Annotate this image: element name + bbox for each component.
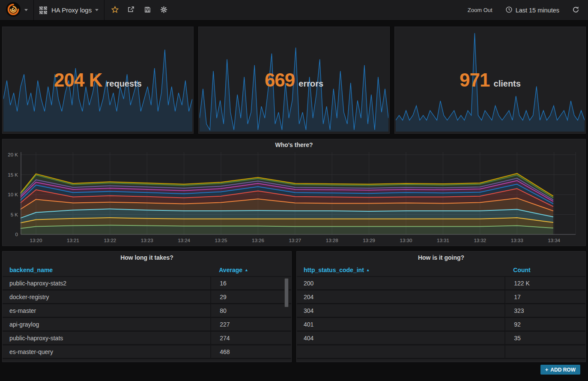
- table-body: 200122 K204173043234019240435: [297, 277, 585, 359]
- svg-text:13:20: 13:20: [30, 238, 42, 243]
- table-cell: api-graylog: [3, 321, 210, 328]
- svg-text:13:31: 13:31: [437, 238, 449, 243]
- how-is-it-going-table-panel[interactable]: How is it going? http_status_code_int▲ C…: [296, 251, 586, 362]
- chevron-down-icon: [24, 9, 28, 11]
- floppy-save-icon: [144, 6, 151, 15]
- navbar-right: Zoom Out Last 15 minutes: [468, 0, 588, 20]
- grafana-logo-icon: [6, 2, 21, 19]
- add-row-button[interactable]: + ADD ROW: [540, 365, 580, 375]
- how-long-it-takes-table-panel[interactable]: How long it takes? backend_name Average▲…: [2, 251, 292, 362]
- table-cell: 304: [297, 307, 504, 314]
- clients-label: clients: [494, 79, 521, 88]
- table-row: es-master-query468: [3, 345, 291, 359]
- table-row: 20417: [297, 291, 585, 304]
- table-cell: 200: [297, 280, 504, 287]
- errors-stat-panel[interactable]: 669errors: [198, 27, 390, 134]
- share-button[interactable]: [124, 3, 138, 17]
- table-cell: 29: [210, 291, 291, 303]
- table-cell: 17: [504, 291, 585, 303]
- requests-stat-panel[interactable]: 204 Krequests: [2, 27, 194, 134]
- stats-row: 204 Krequests 669errors 971clients: [2, 27, 586, 134]
- table-cell: 401: [297, 321, 504, 328]
- table-row: 40435: [297, 332, 585, 345]
- svg-text:13:27: 13:27: [289, 238, 301, 243]
- chevron-down-icon: [95, 9, 98, 11]
- requests-stat-value-group: 204 Krequests: [3, 27, 193, 133]
- table-cell: es-master: [3, 307, 210, 314]
- gear-icon: [160, 6, 167, 15]
- refresh-button[interactable]: [572, 6, 579, 15]
- svg-text:10 K: 10 K: [8, 192, 18, 197]
- table-cell: es-master-query: [3, 348, 210, 355]
- clients-value: 971: [460, 69, 490, 90]
- table-row: public-haproxy-stats216: [3, 277, 291, 291]
- column-header-backend-name[interactable]: backend_name: [3, 267, 210, 273]
- graph-panel-title[interactable]: Who's there?: [3, 139, 585, 150]
- svg-text:13:23: 13:23: [141, 238, 153, 243]
- time-range-label: Last 15 minutes: [516, 7, 559, 14]
- dashboard-title: HA Proxy logs: [51, 6, 92, 14]
- svg-text:13:26: 13:26: [252, 238, 264, 243]
- sort-asc-icon: ▲: [366, 268, 370, 272]
- dashboard-actions: [104, 0, 174, 20]
- svg-text:20 K: 20 K: [8, 152, 18, 157]
- whos-there-graph-panel[interactable]: Who's there? 05 K10 K15 K20 K13:2013:211…: [2, 139, 586, 246]
- errors-stat-value-group: 669errors: [199, 27, 389, 133]
- dashboards-grid-icon: [39, 6, 47, 14]
- table-cell: 274: [210, 332, 291, 344]
- column-header-average[interactable]: Average▲: [210, 267, 291, 273]
- table-cell: public-haproxy-stats2: [3, 280, 210, 287]
- clients-stat-panel[interactable]: 971clients: [394, 27, 586, 134]
- table-row: [297, 345, 585, 359]
- svg-text:13:33: 13:33: [511, 238, 523, 243]
- star-icon: [111, 6, 119, 15]
- table-cell: public-haproxy-stats: [3, 335, 210, 342]
- svg-text:13:25: 13:25: [215, 238, 227, 243]
- errors-value: 669: [265, 69, 295, 90]
- table-header-row: backend_name Average▲: [3, 264, 291, 277]
- clients-stat-value-group: 971clients: [395, 27, 585, 133]
- svg-text:13:34: 13:34: [548, 238, 560, 243]
- table-header-row: http_status_code_int▲ Count: [297, 264, 585, 277]
- table-row: api-graylog227: [3, 318, 291, 332]
- sort-asc-icon: ▲: [245, 268, 248, 272]
- dashboard-picker[interactable]: HA Proxy logs: [34, 0, 104, 20]
- table-cell: 227: [210, 318, 291, 330]
- table-title[interactable]: How is it going?: [297, 252, 585, 264]
- save-button[interactable]: [140, 3, 154, 17]
- share-icon: [127, 6, 135, 15]
- svg-text:5 K: 5 K: [11, 212, 18, 217]
- svg-text:13:32: 13:32: [474, 238, 486, 243]
- column-header-count[interactable]: Count: [504, 267, 585, 273]
- table-row: 40192: [297, 318, 585, 332]
- table-cell: [504, 345, 585, 358]
- grafana-main-menu[interactable]: [0, 0, 34, 20]
- table-row: 304323: [297, 304, 585, 318]
- navbar: HA Proxy logs: [0, 0, 588, 21]
- table-cell: docker-registry: [3, 294, 210, 300]
- table-cell: 122 K: [504, 277, 585, 289]
- svg-text:13:28: 13:28: [326, 238, 338, 243]
- table-cell: 35: [504, 332, 585, 344]
- favorite-button[interactable]: [108, 3, 122, 17]
- svg-text:0: 0: [15, 232, 18, 237]
- zoom-out-button[interactable]: Zoom Out: [468, 7, 492, 13]
- table-cell: 404: [297, 335, 504, 342]
- table-cell: 204: [297, 294, 504, 300]
- table-row: docker-registry29: [3, 291, 291, 304]
- table-row: 200122 K: [297, 277, 585, 291]
- time-range-picker[interactable]: Last 15 minutes: [505, 6, 559, 15]
- table-row: public-haproxy-stats274: [3, 332, 291, 345]
- table-cell: 92: [504, 318, 585, 330]
- svg-text:13:21: 13:21: [67, 238, 79, 243]
- settings-button[interactable]: [157, 3, 170, 17]
- refresh-icon: [572, 6, 579, 15]
- table-scrollbar[interactable]: [284, 278, 289, 307]
- table-cell: 323: [504, 304, 585, 317]
- column-header-http-status-code[interactable]: http_status_code_int▲: [297, 267, 504, 273]
- add-row-bar: + ADD ROW: [2, 362, 586, 377]
- whos-there-chart[interactable]: 05 K10 K15 K20 K13:2013:2113:2213:2313:2…: [3, 139, 585, 246]
- plus-icon: +: [545, 366, 549, 373]
- table-row: es-master80: [3, 304, 291, 318]
- table-title[interactable]: How long it takes?: [3, 252, 291, 264]
